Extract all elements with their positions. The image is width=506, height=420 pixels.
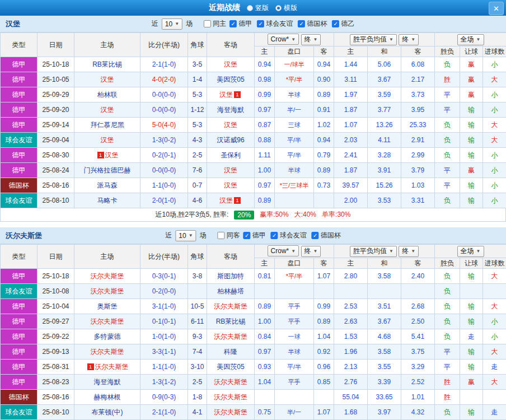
goals-result-cell: 大 (483, 375, 506, 390)
league-type-cell: 球会友谊 (1, 133, 38, 148)
avg-home-odds-cell: 1.68 (334, 405, 368, 420)
red-card-badge: 1 (97, 152, 104, 158)
match-row: 德国杯 25-08-16 派马森 1-1(0-0) 0-7 汉堡 0.97 *三… (1, 178, 506, 193)
odds-final-select[interactable]: 终▼ (301, 246, 321, 257)
same-venue-checkbox[interactable]: ✓ 同主 (204, 19, 226, 29)
close-button[interactable]: ✕ (489, 2, 504, 15)
league-filter-checkbox[interactable]: ✓球会友谊 (257, 19, 293, 29)
odds-final-select[interactable]: 终▼ (301, 34, 321, 45)
team-label: 汉堡 (219, 197, 233, 204)
scope-select[interactable]: 全场▼ (457, 246, 484, 257)
avg-home-odds-cell: 1.96 (334, 344, 368, 360)
odds-company-select[interactable]: Crow*▼ (268, 34, 299, 45)
handicap-away-odds-cell: 0.96 (314, 360, 334, 375)
subheader-avg-draw: 和 (368, 46, 401, 57)
match-date-cell: 25-08-31 (38, 360, 74, 375)
handicap-line-cell: *平/半 (275, 72, 314, 87)
league-type-cell: 德甲 (1, 57, 38, 72)
league-filter-checkbox[interactable]: ✓德甲 (229, 19, 252, 29)
team-label: 沃尔夫斯堡 (214, 393, 247, 401)
handicap-result-cell: 输 (460, 360, 483, 375)
match-count-select[interactable]: 10▼ (162, 18, 182, 30)
checkbox-icon: ✓ (257, 20, 264, 27)
subheader-result: 胜负 (435, 258, 460, 269)
team-label: 沃尔夫斯堡 (95, 363, 129, 371)
league-type-cell: 德甲 (1, 299, 38, 314)
goals-result-cell: 小 (483, 163, 506, 178)
team-label: 门兴格拉德巴赫 (84, 166, 131, 174)
corner-cell: 0-7 (188, 178, 207, 193)
score-cell: 3-1(1-0) (140, 299, 188, 314)
match-date-cell: 25-08-10 (38, 193, 74, 208)
result-cell: 负 (435, 284, 460, 299)
away-team-cell: 汉堡1 (207, 193, 255, 208)
result-cell: 负 (435, 405, 460, 420)
handicap-away-odds-cell: 0.79 (314, 148, 334, 163)
avg-final-select[interactable]: 终▼ (399, 34, 419, 45)
radio-icon (275, 5, 282, 11)
score-cell: 5-0(4-0) (140, 118, 188, 133)
odds-final-value: 终 (304, 35, 311, 44)
col-header-away: 客场 (207, 33, 255, 57)
handicap-result-cell: 输 (460, 102, 483, 118)
red-card-badge: 1 (87, 363, 94, 370)
avg-odds-select[interactable]: 胜平负均值▼ (350, 246, 397, 257)
league-filter-label: 球会友谊 (280, 231, 307, 240)
same-venue-checkbox[interactable]: ✓ 同客 (218, 231, 240, 240)
subheader-avg-home: 主 (334, 258, 368, 269)
league-filter-checkbox[interactable]: ✓德甲 (243, 231, 266, 240)
league-filter-checkbox[interactable]: ✓德国杯 (312, 231, 341, 240)
handicap-result-cell: 赢 (460, 87, 483, 102)
league-type-cell: 德甲 (1, 163, 38, 178)
layout-vertical-radio[interactable]: 竖版 (247, 3, 269, 13)
league-filter-label: 德国杯 (321, 231, 341, 240)
home-team-cell: 1沃尔夫斯堡 (74, 360, 140, 375)
col-header-score: 比分(半场) (140, 245, 188, 269)
league-filter-checkbox[interactable]: ✓德国杯 (298, 19, 327, 29)
league-type-cell: 德甲 (1, 375, 38, 390)
league-type-cell: 德甲 (1, 148, 38, 163)
filter-unit-label: 场 (200, 231, 207, 240)
match-date-cell: 25-10-18 (38, 269, 74, 284)
match-count-value: 10 (179, 232, 186, 240)
handicap-away-odds-cell: 1.07 (314, 269, 334, 284)
layout-horizontal-radio[interactable]: 横版 (275, 3, 297, 13)
avg-odds-select[interactable]: 胜平负均值▼ (350, 34, 397, 45)
col-header-home: 主场 (74, 33, 140, 57)
goals-result-cell: 走 (483, 360, 506, 375)
handicap-home-odds-cell: 0.88 (255, 133, 275, 148)
corner-cell: 3-8 (188, 269, 207, 284)
league-filter-checkbox[interactable]: ✓球会友谊 (271, 231, 307, 240)
match-row: 球会友谊 25-10-08 沃尔夫斯堡 0-2(0-0) 柏林赫塔 负 (1, 284, 506, 299)
odds-company-value: Crow* (271, 35, 289, 43)
league-filter-checkbox[interactable]: ✓德乙 (332, 19, 354, 29)
handicap-home-odds-cell: 0.89 (255, 299, 275, 314)
result-group-header: 全场▼ (435, 33, 506, 46)
team-label: 布莱顿(中) (92, 408, 123, 416)
handicap-home-odds-cell: 0.97 (255, 178, 275, 193)
odds-company-select[interactable]: Crow*▼ (268, 245, 299, 256)
result-cell: 胜 (435, 375, 460, 390)
league-filter-label: 球会友谊 (266, 19, 293, 29)
handicap-away-odds-cell: 0.92 (314, 344, 334, 360)
handicap-away-odds-cell: 1.02 (314, 118, 334, 133)
home-team-cell: 汉堡 (74, 72, 140, 87)
subheader-handicap: 盘口 (275, 46, 314, 57)
goals-result-cell: 小 (483, 314, 506, 329)
summary-bar: 近10场,胜2平3负5, 胜率:20%赢率:50%大:40%单率:30% (0, 208, 506, 222)
goals-result-cell (483, 390, 506, 405)
score-cell: 1-3(1-2) (140, 375, 188, 390)
scope-value: 全场 (461, 246, 474, 256)
handicap-away-odds-cell (314, 284, 334, 299)
avg-final-select[interactable]: 终▼ (399, 246, 419, 257)
match-count-select[interactable]: 10▼ (175, 230, 196, 241)
handicap-group-header: Crow*▼ 终▼ (255, 245, 334, 258)
handicap-result-cell: 输 (460, 269, 483, 284)
score-cell: 0-3(0-1) (140, 269, 188, 284)
avg-final-value: 终 (402, 35, 409, 44)
summary-text: 单率:30% (322, 210, 350, 220)
match-row: 德甲 25-09-14 拜仁慕尼黑 5-0(4-0) 5-3 汉堡 0.87 三… (1, 118, 506, 133)
scope-select[interactable]: 全场▼ (457, 34, 484, 45)
result-cell: 平 (435, 178, 460, 193)
avg-draw-odds-cell: 3.51 (368, 299, 401, 314)
